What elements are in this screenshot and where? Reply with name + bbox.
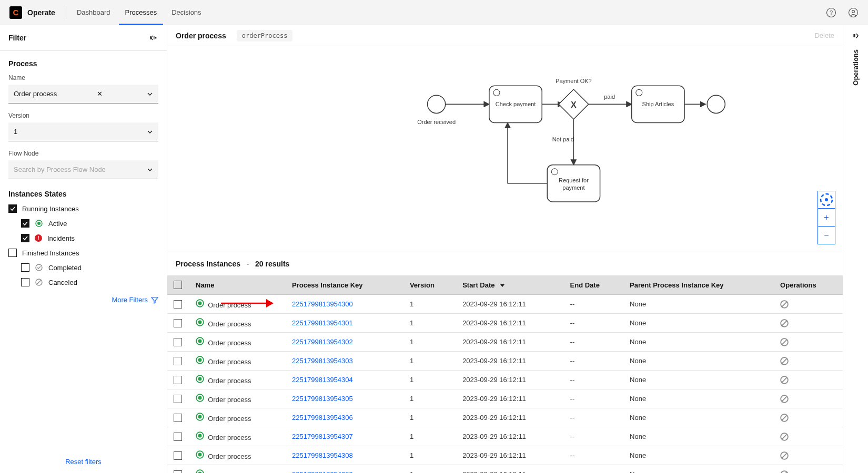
cancel-icon[interactable] xyxy=(780,395,836,403)
col-ops[interactable]: Operations xyxy=(774,275,843,295)
running-checkbox[interactable] xyxy=(8,204,17,213)
bpmn-task-request-payment[interactable] xyxy=(547,165,600,202)
diagram-reset-button[interactable] xyxy=(817,191,835,209)
row-end: -- xyxy=(564,427,624,446)
nav-decisions[interactable]: Decisions xyxy=(171,0,201,25)
delete-button[interactable]: Delete xyxy=(814,32,834,39)
filter-icon xyxy=(151,296,158,304)
main-nav: Dashboard Processes Decisions xyxy=(77,0,201,25)
select-all-checkbox[interactable] xyxy=(174,281,182,289)
col-key[interactable]: Process Instance Key xyxy=(286,275,403,295)
row-end: -- xyxy=(564,389,624,408)
row-key-link[interactable]: 2251799813954308 xyxy=(292,451,353,459)
row-checkbox[interactable] xyxy=(174,338,182,346)
row-key-link[interactable]: 2251799813954304 xyxy=(292,376,353,384)
completed-checkbox[interactable] xyxy=(21,263,29,272)
bpmn-gateway[interactable]: X xyxy=(559,89,589,119)
finished-checkbox-row: Finished Instances xyxy=(8,249,158,257)
bpmn-end-event[interactable] xyxy=(707,95,725,113)
row-checkbox[interactable] xyxy=(174,451,182,460)
diagram-zoom-in-button[interactable]: + xyxy=(817,209,835,227)
active-checkbox[interactable] xyxy=(21,219,29,228)
more-filters-button[interactable]: More Filters xyxy=(8,296,158,304)
cancel-icon[interactable] xyxy=(780,300,836,309)
row-key-link[interactable]: 2251799813954302 xyxy=(292,338,353,346)
help-icon[interactable]: ? xyxy=(826,7,836,18)
row-key-link[interactable]: 2251799813954306 xyxy=(292,414,353,421)
name-value: Order process xyxy=(14,90,57,98)
row-end: -- xyxy=(564,371,624,389)
row-checkbox[interactable] xyxy=(174,357,182,365)
active-icon xyxy=(196,337,204,345)
row-parent: None xyxy=(623,465,774,473)
table-row: Order process225179981395430212023-09-29… xyxy=(167,333,843,352)
user-icon[interactable] xyxy=(848,7,859,18)
row-key-link[interactable]: 2251799813954307 xyxy=(292,433,353,440)
svg-line-28 xyxy=(782,321,787,325)
incidents-checkbox[interactable] xyxy=(21,234,29,242)
cancel-icon[interactable] xyxy=(780,470,836,473)
separator xyxy=(66,6,66,19)
col-name[interactable]: Name xyxy=(189,275,286,295)
row-start: 2023-09-29 16:12:11 xyxy=(456,389,563,408)
row-checkbox[interactable] xyxy=(174,414,182,422)
row-name: Order process xyxy=(208,434,251,441)
bpmn-diagram[interactable]: Order received Check payment X Payment O… xyxy=(167,46,843,252)
bpmn-start-event[interactable] xyxy=(428,95,446,113)
row-parent: None xyxy=(623,427,774,446)
name-select[interactable]: Order process ✕ xyxy=(8,85,158,104)
col-version[interactable]: Version xyxy=(403,275,456,295)
table-row: Order process225179981395430512023-09-29… xyxy=(167,389,843,408)
svg-point-34 xyxy=(198,358,202,362)
canceled-checkbox[interactable] xyxy=(21,278,29,286)
svg-point-38 xyxy=(198,377,202,381)
nav-processes[interactable]: Processes xyxy=(125,0,157,25)
row-name: Order process xyxy=(208,396,251,404)
row-checkbox[interactable] xyxy=(174,319,182,327)
cancel-icon[interactable] xyxy=(780,319,836,327)
completed-checkbox-row: Completed xyxy=(21,263,158,272)
expand-icon[interactable] xyxy=(851,30,861,41)
row-parent: None xyxy=(623,389,774,408)
clear-icon[interactable]: ✕ xyxy=(97,90,107,98)
cancel-icon[interactable] xyxy=(780,338,836,346)
row-checkbox[interactable] xyxy=(174,376,182,384)
row-version: 1 xyxy=(403,389,456,408)
table-row: Order process225179981395430812023-09-29… xyxy=(167,446,843,465)
row-end: -- xyxy=(564,314,624,333)
row-end: -- xyxy=(564,352,624,371)
cancel-icon[interactable] xyxy=(780,376,836,384)
bpmn-paid-label: paid xyxy=(604,94,615,100)
svg-point-8 xyxy=(37,222,41,225)
row-checkbox[interactable] xyxy=(174,300,182,309)
flownode-placeholder: Search by Process Flow Node xyxy=(14,166,106,173)
version-select[interactable]: 1 xyxy=(8,122,158,141)
col-end[interactable]: End Date xyxy=(564,275,624,295)
cancel-icon[interactable] xyxy=(780,451,836,460)
flownode-select[interactable]: Search by Process Flow Node xyxy=(8,160,158,179)
reset-filters-link[interactable]: Reset filters xyxy=(65,458,102,466)
col-start[interactable]: Start Date xyxy=(456,275,563,295)
svg-point-22 xyxy=(198,302,202,305)
row-checkbox[interactable] xyxy=(174,433,182,441)
cancel-icon[interactable] xyxy=(780,357,836,365)
row-key-link[interactable]: 2251799813954303 xyxy=(292,357,353,365)
diagram-zoom-out-button[interactable]: − xyxy=(817,227,835,244)
row-key-link[interactable]: 2251799813954305 xyxy=(292,395,353,403)
row-checkbox[interactable] xyxy=(174,395,182,403)
cancel-icon[interactable] xyxy=(780,433,836,441)
incident-icon: ! xyxy=(35,234,42,242)
header-actions: ? xyxy=(826,7,859,18)
svg-line-11 xyxy=(37,280,41,284)
row-checkbox[interactable] xyxy=(174,470,182,473)
svg-line-24 xyxy=(782,302,787,306)
nav-dashboard[interactable]: Dashboard xyxy=(77,0,110,25)
cancel-icon[interactable] xyxy=(780,414,836,422)
finished-checkbox[interactable] xyxy=(8,249,17,257)
row-key-link[interactable]: 2251799813954309 xyxy=(292,470,353,473)
col-parent[interactable]: Parent Process Instance Key xyxy=(623,275,774,295)
row-start: 2023-09-29 16:12:11 xyxy=(456,314,563,333)
row-key-link[interactable]: 2251799813954300 xyxy=(292,300,353,308)
collapse-icon[interactable] xyxy=(148,33,158,43)
row-key-link[interactable]: 2251799813954301 xyxy=(292,319,353,327)
